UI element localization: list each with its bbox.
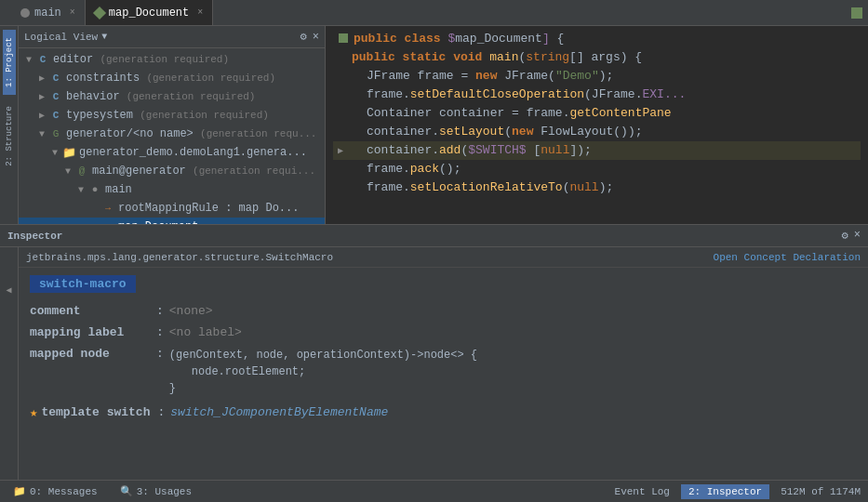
tree-item-typesystem[interactable]: ▶ C typesystem (generation required)	[19, 106, 325, 125]
mapped-node-signature: (genContext, node, operationContext)->no…	[169, 349, 477, 362]
close-panel-icon[interactable]: ×	[313, 31, 319, 44]
tree-arrow-editor: ▼	[22, 55, 35, 65]
status-tab-messages[interactable]: 📁 0: Messages	[7, 483, 103, 499]
bottom-panel-header: Inspector ⚙ ×	[0, 225, 868, 247]
inspector-btn[interactable]: 2: Inspector	[681, 484, 769, 499]
breadcrumb-text: jetbrains.mps.lang.generator.structure.S…	[26, 252, 333, 263]
tree-item-constraints[interactable]: ▶ C constraints (generation required)	[19, 69, 325, 87]
template-colon: :	[157, 405, 165, 419]
bottom-panel: Inspector ⚙ × ◀ jetbrains.mps.lang.gener…	[0, 224, 868, 480]
prop-name-comment: comment	[30, 304, 151, 318]
property-row-mapping-label: mapping label : <no label>	[30, 325, 857, 339]
prop-name-mapping: mapping label	[30, 325, 151, 339]
tab-map-document[interactable]: map_Document ×	[86, 0, 213, 25]
tab-area-right	[213, 7, 868, 19]
code-text-7: container.add($SWITCH$ [null]);	[348, 141, 592, 160]
code-line-5: Container container = frame.getContentPa…	[333, 104, 861, 123]
tree-item-root-mapping[interactable]: → rootMappingRule : map Do...	[19, 199, 325, 218]
code-editor: public class $map_Document] { public sta…	[326, 26, 868, 224]
tab-map-close[interactable]: ×	[197, 7, 203, 18]
template-value: switch_JComponentByElementName	[170, 405, 388, 419]
behavior-icon: C	[48, 89, 63, 104]
tree-arrow-generator: ▼	[35, 129, 48, 139]
tab-main-icon	[20, 8, 30, 18]
code-line-9: frame.setLocationRelativeTo(null);	[333, 178, 861, 197]
tree-item-map-document[interactable]: ⊕ map_Document	[19, 218, 325, 224]
green-sq	[339, 33, 348, 43]
search-icon: 🔍	[120, 485, 133, 497]
main-gen-icon: @	[74, 164, 89, 178]
bottom-panel-icons: ⚙ ×	[842, 229, 861, 243]
tree-label-gendemo: generator_demo.demoLang1.genera...	[79, 146, 307, 159]
structure-tab[interactable]: 2: Structure	[3, 99, 16, 174]
tree-item-main[interactable]: ▼ ● main	[19, 180, 325, 199]
code-text-6: container.setLayout(new FlowLayout());	[367, 123, 643, 141]
tree-label-main: main	[105, 183, 132, 196]
root-map-icon: →	[100, 201, 115, 216]
settings-icon[interactable]: ⚙	[842, 229, 848, 243]
dropdown-arrow-icon[interactable]: ▼	[101, 32, 107, 42]
project-tab[interactable]: 1: Project	[3, 30, 16, 95]
sidebar-header: Logical View ▼ ⚙ ×	[19, 26, 325, 48]
tree-container: ▼ C editor (generation required) ▶ C con…	[19, 48, 325, 224]
sidebar-header-left: Logical View ▼	[24, 32, 107, 43]
logical-view-dropdown[interactable]: Logical View	[24, 32, 98, 43]
code-text-4: frame.setDefaultCloseOperation(JFrame.EX…	[367, 86, 686, 104]
code-text-1: public class $map_Document] {	[354, 30, 564, 48]
app-root: main × map_Document × 1: Project 2: Stru…	[0, 0, 868, 502]
breadcrumb-bar: jetbrains.mps.lang.generator.structure.S…	[19, 247, 868, 268]
event-log-btn[interactable]: Event Log	[615, 486, 670, 497]
gear-icon[interactable]: ⚙	[300, 30, 307, 44]
status-left: 📁 0: Messages 🔍 3: Usages	[7, 483, 197, 499]
tree-arrow-typesystem: ▶	[35, 110, 48, 121]
prop-colon-mapping: :	[156, 325, 164, 339]
switch-macro-badge: switch-macro	[30, 275, 857, 293]
inspector-content: switch-macro comment : <none> mapping la…	[19, 268, 868, 480]
tree-item-gendemo[interactable]: ▼ 📁 generator_demo.demoLang1.genera...	[19, 143, 325, 162]
tree-label-constraints: constraints (generation required)	[66, 72, 275, 85]
tree-label-typesystem: typesystem (generation required)	[66, 109, 269, 122]
status-tab-usages[interactable]: 🔍 3: Usages	[114, 483, 197, 499]
green-indicator-top	[851, 7, 862, 19]
tree-item-main-generator[interactable]: ▼ @ main@generator (generation requi...	[19, 162, 325, 180]
inspector-main: jetbrains.mps.lang.generator.structure.S…	[19, 247, 868, 480]
open-concept-link[interactable]: Open Concept Declaration	[714, 252, 861, 263]
prop-name-mapped: mapped node	[30, 347, 151, 361]
constraints-icon: C	[48, 71, 63, 86]
tree-label-behavior: behavior (generation required)	[66, 90, 255, 103]
tree-label-editor: editor (generation required)	[53, 53, 229, 66]
tree-item-editor[interactable]: ▼ C editor (generation required)	[19, 50, 325, 69]
tab-bar: main × map_Document ×	[0, 0, 868, 26]
messages-label: 0: Messages	[30, 486, 98, 497]
code-line-7-highlight: ▶ container.add($SWITCH$ [null]);	[333, 141, 861, 160]
tree-arrow-gendemo: ▼	[48, 148, 61, 158]
code-content: public class $map_Document] { public sta…	[326, 26, 868, 224]
code-line-2: public static void main(string[] args) {	[333, 48, 861, 67]
prop-colon-comment: :	[156, 304, 164, 318]
usages-label: 3: Usages	[137, 486, 192, 497]
tree-label-main-gen: main@generator (generation requi...	[92, 165, 315, 178]
inspector-left-indicator: ◀	[0, 247, 19, 480]
tab-map-label: map_Document	[109, 7, 189, 20]
template-kw: template switch	[41, 405, 150, 419]
tree-arrow-main-gen: ▼	[61, 166, 74, 177]
folder-icon: 📁	[13, 485, 26, 497]
code-line-1: public class $map_Document] {	[337, 30, 861, 48]
editor-icon: C	[35, 52, 50, 67]
tab-main[interactable]: main ×	[11, 0, 86, 25]
gendemo-icon: 📁	[61, 145, 76, 160]
status-right: Event Log 2: Inspector 512M of 1174M	[615, 484, 861, 499]
property-row-mapped-node: mapped node : (genContext, node, operati…	[30, 347, 857, 397]
top-workspace: 1: Project 2: Structure Logical View ▼ ⚙…	[0, 26, 868, 224]
status-bar: 📁 0: Messages 🔍 3: Usages Event Log 2: I…	[0, 480, 868, 502]
inspector-panel-title: Inspector	[7, 231, 62, 242]
panel-close-icon[interactable]: ×	[854, 229, 861, 243]
tab-main-close[interactable]: ×	[70, 7, 75, 18]
code-line-3: JFrame frame = new JFrame("Demo");	[333, 67, 861, 86]
template-icon: ★	[30, 404, 37, 420]
tree-item-behavior[interactable]: ▶ C behavior (generation required)	[19, 87, 325, 106]
tree-item-generator[interactable]: ▼ G generator/<no name> (generation requ…	[19, 125, 325, 143]
prop-colon-mapped: :	[156, 347, 164, 361]
badge-text: switch-macro	[30, 275, 136, 293]
typesystem-icon: C	[48, 108, 63, 123]
